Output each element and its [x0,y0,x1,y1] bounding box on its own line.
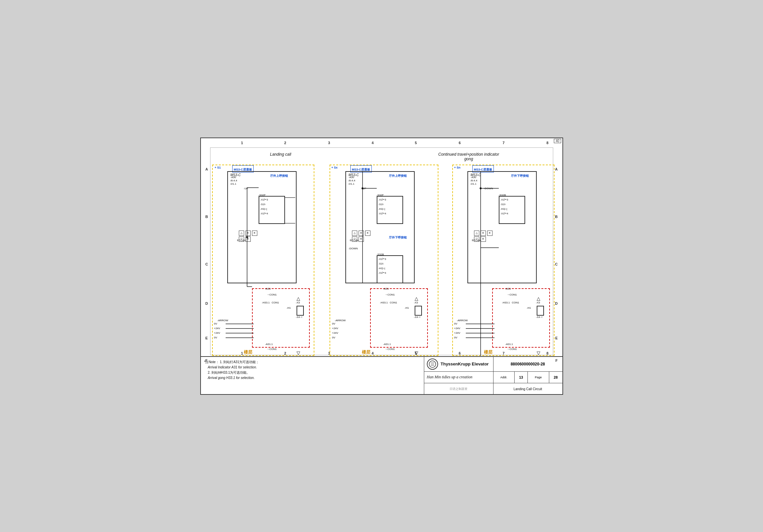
panel3-s1f: -S1f- [500,203,506,206]
panel1-hall-up-label: 厅外上呼按钮 [270,174,288,178]
panel2-triangle-up: △ [415,296,418,301]
panel1-efc-symbols2: ▽ ✕ [239,237,251,242]
panel2-h1-down: -H1▷| [379,267,385,270]
panel1-0v-2: 0V [214,336,217,339]
row-label-b: B [205,215,208,219]
panel3-x4: -X4⊣ [536,316,542,319]
note1-cn: 到站灯A31为可选功能； [223,360,259,364]
footer-notes: *注Note： 1. 到站灯A31为可选功能； Arrival Indicato… [204,360,395,380]
panel2-s32f: -S32F [377,194,384,197]
main-page: 40 A A B B C C D D E E F F 1 2 3 4 5 6 7… [200,138,563,395]
panel3-24v-2: +24V [454,332,461,334]
note2-num: 2. [208,371,210,374]
panel3-x3: -X3 [536,301,540,304]
addr-value: 13 [515,372,528,383]
panel2-x1-4-up: -X1⊢4 [379,212,386,215]
panel1-x3: -X3 [296,301,300,304]
panel1-a31-1: -A31.1 [265,343,273,346]
panel1-x1-3: -X1⊢3 [260,198,268,201]
panel3-efc-symbols2: ▽ ✕ [474,237,486,242]
panel2-ms3c-label: MS3-C层显板 [352,168,370,171]
panel3-arrow: -ARROW [457,319,468,322]
note2-en: Arrival gong H33.1 for selection. [208,376,255,379]
panel2-up: -UP [362,187,367,190]
footer-script-area: Han Min tidies up a creation [424,372,493,383]
footer-docnum: 8800600000020-28 [493,357,562,372]
panel2-s32b: -S32B [377,253,384,256]
addr-label: Addr. [493,372,515,383]
panel2-h1-up: -H1▷| [379,207,385,210]
panel1-up: -UP [244,187,248,190]
panel2-sx-label: + Sx [332,166,338,169]
panel2-x1-3-up: -X1⊢3 [379,198,386,201]
panel1-a31: -A31 [265,287,271,290]
panel3-con1-3: →CON1 [507,348,517,351]
panel1-s1-label: + S1 [215,166,221,169]
row-label-c: C [205,262,208,266]
row-label-b-right: B [555,215,558,219]
note-title: *注Note： [204,360,219,364]
panel3-x1-4: -X1⊢4 [500,212,508,215]
panel2-efc-symbols: △ ✕ ✕ [352,231,371,236]
brand-name: ThyssenKrupp Elevator [441,362,489,367]
panel2-efc-symbols2: ▽ ✕ [352,237,364,242]
panel1-con1-3: →CON1 [267,348,277,351]
panel2-con1-1: →CON1 [385,293,395,296]
panel2-con1-2: CON1 [390,301,397,304]
panel3-sn-label: + Sn [454,166,461,169]
footer-script: Han Min tidies up a creation [427,375,473,379]
doc-number: 8800600000020-28 [511,362,545,367]
panel1-con1-1: →CON1 [267,293,277,296]
watermark-text: 日语之制器资 [450,387,468,391]
panel2-s1f-up: -S1f- [379,203,384,206]
panel3-0v-2: 0V [454,336,458,339]
panel1-s1f: -S1f- [260,203,266,206]
panel1-24v-2: +24V [214,332,220,334]
panel2-a31-1: -A31.1 [383,343,391,346]
panel2-a31: -A31 [383,287,389,290]
note1-num: 1. [220,360,222,364]
note1-en: Arrival Indicator A31 for selection. [208,366,257,369]
row-label-e-right: E [555,336,558,340]
col-label-7: 7 [503,141,505,145]
col-label-8: 8 [547,141,549,145]
panel2-arrow: -ARROW [335,319,346,322]
panel1-h1-box [296,306,304,316]
footer-watermark-area: 日语之制器资 [424,383,493,395]
panel1-h33: -H33.1 [262,301,270,304]
panel3-a31: -A31 [505,287,511,290]
panel3-h1-label: -H1 [527,306,531,309]
panel3-efc-symbols: △ ✕ ✕ [474,231,492,236]
panel3-triangle-down: ▽ [537,350,540,356]
row-label-d-right: D [555,301,558,305]
col-label-1: 1 [241,141,243,145]
panel1-ms3c-label: MS3-C层显板 [234,168,252,171]
brand-logo-svg [428,360,436,368]
panel2-x1-4-down: -X1⊢4 [379,271,386,274]
panel1-0v-1: 0V [214,322,217,325]
panel3-s32b: -S32B [499,194,506,197]
panel3-con1-2: CON1 [512,301,519,304]
panel3-ref-a30: -A30 [471,176,476,179]
footer: *注Note： 1. 到站灯A31为可选功能； Arrival Indicato… [201,356,562,394]
panel2-24v-1: +24V [332,327,338,330]
col-label-4: 4 [372,141,374,145]
brand-logo-circle [427,359,438,370]
panel1-s32f: -S32F [259,194,266,197]
col-label-6: 6 [459,141,461,145]
panel2-h1-label: -H1 [405,306,409,309]
col-label-5: 5 [415,141,417,145]
panel1-triangle-down: ▽ [296,350,300,356]
panel3-hall-down-label: 厅外下呼按钮 [511,174,529,178]
panel3-floor: 楼层 [484,349,492,355]
panel2-ref-a30: -A30 [349,176,354,179]
panel3-ms3c-black-box [468,171,537,283]
panel1-ref-21: /21.1 [231,182,237,185]
page-label: Page [528,372,549,383]
panel3-down: -DOWN [484,187,493,190]
panel3-h1-box [537,306,544,316]
panel1-arrow: -ARROW [217,319,228,322]
panel3-triangle-up: △ [537,296,540,301]
panel2-hall-down-label: 厅外下呼按钮 [389,236,407,240]
panel2-con1-3: →CON1 [385,348,395,351]
